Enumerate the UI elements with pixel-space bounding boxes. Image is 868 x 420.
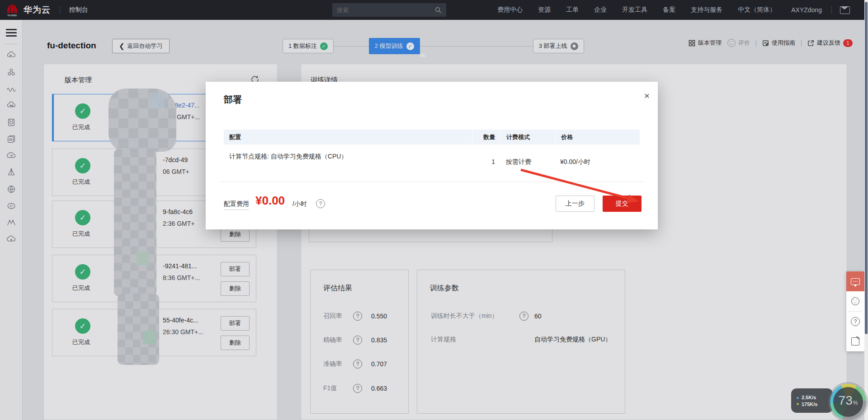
scrollbar-track[interactable] [864, 0, 868, 420]
gauge-inner: 73 % [833, 387, 863, 417]
chat-bubble-icon [851, 278, 860, 285]
help-button[interactable]: ? [846, 312, 864, 331]
dialog-title: 部署 [224, 93, 242, 106]
upload-speed: 2.5K/s [802, 395, 816, 400]
cell-count: 1 [472, 145, 500, 166]
cell-billing-mode: 按需计费 [500, 145, 555, 166]
download-speed-row: ▼ 175K/s [796, 401, 833, 407]
screen: HUAWEI 华为云 控制台 费用中心 资源 工单 企业 开发工具 备案 支持与… [0, 0, 868, 420]
col-config: 配置 [224, 130, 472, 145]
col-count: 数量 [472, 130, 500, 145]
gauge-unit: % [853, 400, 858, 406]
table-row: 计算节点规格: 自动学习免费规格（CPU） 1 按需计费 ¥0.00/小时 [224, 145, 640, 166]
dialog-footer: 配置费用 ¥0.00 /小时 ? 上一步 提交 [206, 190, 658, 217]
deploy-config-table: 配置 数量 计费模式 价格 计算节点规格: 自动学习免费规格（CPU） 1 按需… [224, 130, 640, 166]
satisfaction-survey-button[interactable] [846, 291, 864, 311]
config-fee-value: ¥0.00 [255, 194, 285, 208]
col-price: 价格 [556, 130, 640, 145]
performance-gauge-widget[interactable]: 73 % [830, 384, 866, 420]
config-fee-label: 配置费用 [224, 200, 249, 210]
table-header-row: 配置 数量 计费模式 价格 [224, 130, 640, 145]
divider [219, 182, 644, 182]
deploy-dialog: × 部署 配置 数量 计费模式 价格 计算节点规格: 自动学习免费规格（CPU）… [206, 82, 658, 229]
config-fee-unit: /小时 [292, 200, 307, 208]
cell-config: 计算节点规格: 自动学习免费规格（CPU） [224, 145, 472, 166]
submit-button[interactable]: 提交 [603, 196, 642, 212]
floating-toolbar: ? [846, 271, 864, 351]
note-edit-icon [851, 337, 859, 345]
download-speed: 175K/s [802, 401, 817, 407]
help-icon[interactable]: ? [316, 199, 325, 208]
chat-feedback-button[interactable] [846, 271, 864, 291]
download-arrow-icon: ▼ [796, 402, 800, 406]
network-speed-widget: ▲ 2.5K/s ▼ 175K/s [791, 388, 833, 413]
col-billing-mode: 计费模式 [501, 130, 555, 145]
scrollbar-thumb[interactable] [865, 2, 868, 334]
gauge-value: 73 [839, 394, 853, 407]
question-icon: ? [851, 317, 860, 326]
notes-button[interactable] [846, 331, 864, 351]
upload-arrow-icon: ▲ [796, 395, 800, 400]
smiley-pen-icon [851, 297, 859, 305]
cell-price: ¥0.00/小时 [555, 145, 639, 166]
close-icon[interactable]: × [644, 91, 650, 100]
upload-speed-row: ▲ 2.5K/s [796, 395, 833, 400]
previous-step-button[interactable]: 上一步 [556, 196, 594, 212]
